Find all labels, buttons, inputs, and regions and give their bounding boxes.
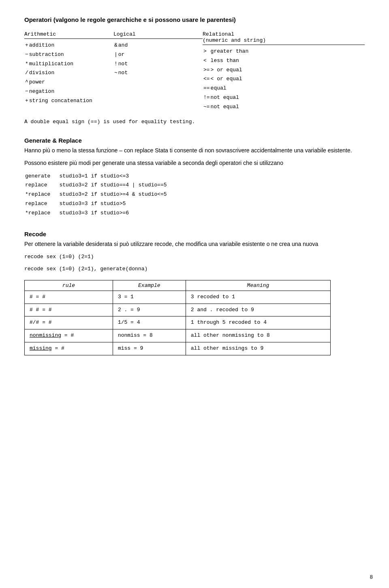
recode-col-example: Example — [113, 280, 186, 291]
arithmetic-header: Arithmetic — [24, 31, 113, 39]
table-row: #/# = # 1/5 = 4 1 through 5 recoded to 4 — [25, 316, 331, 329]
list-item: /division — [25, 69, 92, 77]
list-item: |or — [114, 51, 128, 59]
recode-heading: Recode — [24, 231, 365, 237]
list-item: >=> or equal — [203, 66, 248, 75]
table-row: # # = # 2 . = 9 2 and . recoded to 9 — [25, 304, 331, 316]
table-row: *replace studio3=3 if studio>=6 — [25, 209, 175, 218]
table-row: generate studio3=1 if studio<=3 — [25, 172, 175, 181]
recode-col-meaning: Meaning — [186, 280, 330, 291]
generate-replace-text: Hanno più o meno la stessa funzione – co… — [24, 146, 365, 155]
list-item: ~=not equal — [203, 103, 248, 111]
list-item: −subtraction — [25, 51, 92, 59]
double-equal-note: A double equal sign (==) is used for equ… — [24, 119, 365, 125]
recode-table: rule Example Meaning # = # 3 = 1 3 recod… — [24, 280, 331, 355]
relational-subheader: (numeric and string) — [203, 37, 266, 43]
page-title: Operatori (valgono le regole gerarchiche… — [24, 16, 365, 23]
list-item: +addition — [25, 41, 92, 50]
table-row: replace studio3=2 if studio==4 | studio=… — [25, 181, 175, 190]
table-row: replace studio3=3 if studio>5 — [25, 200, 175, 208]
page-number: 8 — [370, 574, 373, 580]
recode-code1: recode sex (1=0) (2=1) — [24, 252, 365, 261]
list-item: !not — [114, 60, 128, 68]
possono-text: Possono esistere più modi per generate u… — [24, 159, 365, 167]
list-item: &and — [114, 41, 128, 50]
list-item: ~not — [114, 69, 128, 77]
list-item: *multiplication — [25, 60, 92, 68]
list-item: +string concatenation — [25, 97, 92, 105]
logical-header: Logical — [113, 31, 203, 39]
table-row: nonmissing = # nonmiss = 8 all other non… — [25, 329, 331, 342]
recode-code2: recode sex (1=0) (2=1), generate(donna) — [24, 265, 365, 274]
generate-replace-heading: Generate & Replace — [24, 137, 365, 144]
list-item: ==equal — [203, 84, 248, 93]
list-item: >greater than — [203, 47, 248, 56]
relational-header: Relational — [203, 31, 234, 37]
table-row: # = # 3 = 1 3 recoded to 1 — [25, 291, 331, 304]
recode-text: Per ottenere la variabile desiderata si … — [24, 240, 365, 248]
recode-col-rule: rule — [25, 280, 113, 291]
list-item: !=not equal — [203, 94, 248, 102]
list-item: <less than — [203, 57, 248, 65]
list-item: ^power — [25, 78, 92, 87]
generate-table: generate studio3=1 if studio<=3 replace … — [24, 171, 176, 218]
list-item: <=< or equal — [203, 75, 248, 83]
list-item: −negation — [25, 88, 92, 96]
table-row: *replace studio3=2 if studio>=4 & studio… — [25, 190, 175, 199]
table-row: missing = # miss = 9 all other missings … — [25, 342, 331, 355]
